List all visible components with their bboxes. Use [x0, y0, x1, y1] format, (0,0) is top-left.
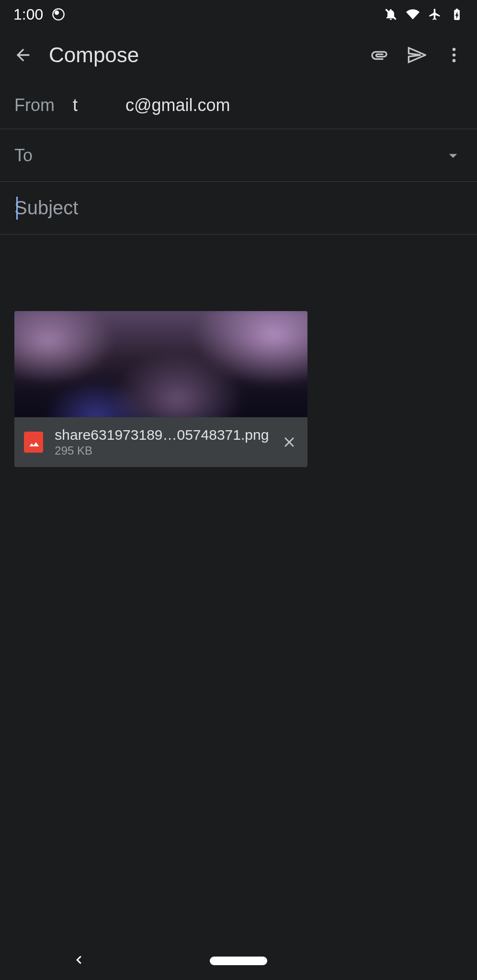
more-options-button[interactable] — [443, 44, 466, 67]
attach-button[interactable] — [368, 44, 391, 67]
expand-recipients-button[interactable] — [443, 146, 463, 165]
attachment-filename: share631973189…05748371.png — [55, 427, 269, 443]
wifi-icon — [406, 8, 420, 21]
from-email: t c@gmail.com — [73, 95, 230, 115]
svg-point-2 — [453, 48, 456, 51]
from-email-part2: c@gmail.com — [125, 95, 230, 115]
airplane-icon — [428, 8, 442, 21]
compose-body[interactable]: share631973189…05748371.png 295 KB — [0, 234, 477, 481]
text-cursor — [16, 197, 18, 220]
system-back-button[interactable] — [72, 953, 86, 969]
from-label: From — [14, 95, 55, 115]
to-row[interactable]: To — [0, 129, 477, 182]
status-time: 1:00 — [13, 6, 43, 23]
system-nav-bar — [0, 942, 477, 980]
remove-attachment-button[interactable] — [280, 433, 298, 452]
battery-charging-icon — [450, 8, 464, 21]
subject-row[interactable] — [0, 182, 477, 234]
status-bar: 1:00 — [0, 0, 477, 29]
subject-input[interactable] — [14, 197, 463, 219]
attachment-preview-image — [14, 311, 307, 417]
attachment-card[interactable]: share631973189…05748371.png 295 KB — [14, 311, 307, 467]
send-button[interactable] — [405, 44, 428, 67]
app-bar: Compose — [0, 29, 477, 81]
attachment-size: 295 KB — [55, 444, 269, 457]
back-button[interactable] — [11, 44, 34, 67]
to-label: To — [14, 145, 443, 166]
image-file-icon — [24, 432, 43, 453]
svg-point-4 — [453, 59, 456, 62]
from-row[interactable]: From t c@gmail.com — [0, 81, 477, 129]
svg-point-0 — [53, 9, 64, 20]
page-title: Compose — [49, 43, 353, 67]
svg-point-1 — [55, 11, 59, 15]
dnd-off-icon — [384, 8, 398, 21]
from-email-part1: t — [73, 95, 78, 115]
system-home-pill[interactable] — [210, 957, 267, 965]
status-app-icon — [52, 8, 65, 21]
svg-point-3 — [453, 54, 456, 57]
